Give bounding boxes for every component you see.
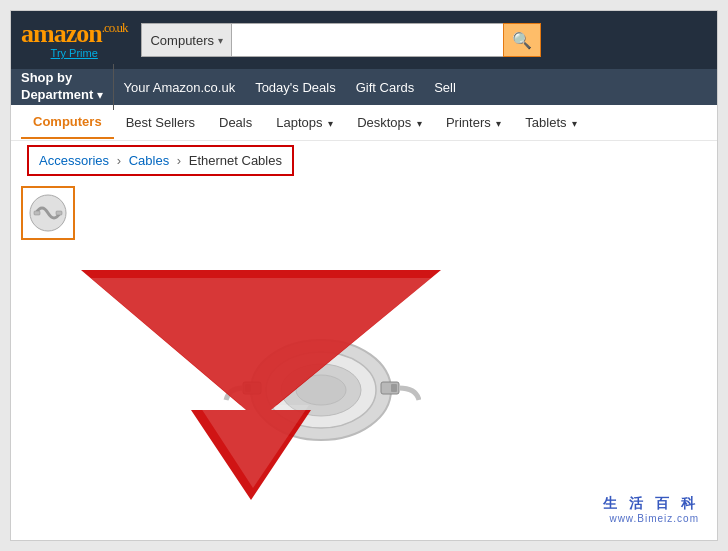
cable-thumbnail-image xyxy=(26,191,70,235)
breadcrumb-accessories[interactable]: Accessories xyxy=(39,153,109,168)
nav-your-amazon[interactable]: Your Amazon.co.uk xyxy=(124,80,236,95)
main-content xyxy=(11,180,717,456)
tablets-arrow-icon: ▾ xyxy=(572,118,577,129)
breadcrumb-sep-1: › xyxy=(117,153,121,168)
nav-gift-cards[interactable]: Gift Cards xyxy=(356,80,415,95)
svg-rect-2 xyxy=(56,211,62,215)
tab-tablets[interactable]: Tablets ▾ xyxy=(513,107,589,138)
logo-area: amazon.co.uk Try Prime xyxy=(21,21,127,59)
amazon-logo[interactable]: amazon.co.uk xyxy=(21,21,127,47)
amazon-page: amazon.co.uk Try Prime Computers ▾ 🔍 Sho… xyxy=(10,10,718,541)
desktops-arrow-icon: ▾ xyxy=(417,118,422,129)
tab-computers[interactable]: Computers xyxy=(21,106,114,139)
search-input[interactable] xyxy=(231,23,503,57)
breadcrumb-sep-2: › xyxy=(177,153,181,168)
try-prime-link[interactable]: Try Prime xyxy=(21,47,127,59)
watermark-chinese: 生 活 百 科 xyxy=(603,495,699,513)
breadcrumb-wrapper: Accessories › Cables › Ethernet Cables xyxy=(19,141,709,180)
tab-printers[interactable]: Printers ▾ xyxy=(434,107,513,138)
tab-best-sellers[interactable]: Best Sellers xyxy=(114,107,207,138)
breadcrumb: Accessories › Cables › Ethernet Cables xyxy=(27,145,294,176)
breadcrumb-cables[interactable]: Cables xyxy=(129,153,169,168)
search-icon: 🔍 xyxy=(512,31,532,50)
breadcrumb-current: Ethernet Cables xyxy=(189,153,282,168)
department-label: Department xyxy=(21,87,93,102)
search-bar: Computers ▾ 🔍 xyxy=(141,23,541,57)
shop-by-department[interactable]: Shop by Department ▾ xyxy=(21,64,114,110)
printers-arrow-icon: ▾ xyxy=(496,118,501,129)
shop-by-label: Shop by xyxy=(21,70,72,85)
svg-marker-12 xyxy=(91,278,431,488)
watermark-url: www.Bimeiz.com xyxy=(603,513,699,524)
red-arrow-overlay xyxy=(71,240,451,500)
logo-suffix: .co.uk xyxy=(102,20,128,35)
outer-frame: amazon.co.uk Try Prime Computers ▾ 🔍 Sho… xyxy=(0,0,728,551)
product-thumbnail[interactable] xyxy=(21,186,75,240)
header-nav: Shop by Department ▾ Your Amazon.co.uk T… xyxy=(11,69,717,105)
cable-image-area xyxy=(21,250,707,450)
nav-sell[interactable]: Sell xyxy=(434,80,456,95)
search-category-selector[interactable]: Computers ▾ xyxy=(141,23,231,57)
tab-desktops[interactable]: Desktops ▾ xyxy=(345,107,434,138)
category-tabs: Computers Best Sellers Deals Laptops ▾ D… xyxy=(11,105,717,141)
watermark-area: 生 活 百 科 www.Bimeiz.com xyxy=(603,495,699,524)
search-category-label: Computers xyxy=(150,33,214,48)
tab-laptops[interactable]: Laptops ▾ xyxy=(264,107,345,138)
svg-rect-1 xyxy=(34,211,40,215)
tab-deals[interactable]: Deals xyxy=(207,107,264,138)
header-nav-links: Your Amazon.co.uk Today's Deals Gift Car… xyxy=(124,80,707,95)
nav-todays-deals[interactable]: Today's Deals xyxy=(255,80,336,95)
search-button[interactable]: 🔍 xyxy=(503,23,541,57)
header-top: amazon.co.uk Try Prime Computers ▾ 🔍 xyxy=(11,11,717,69)
laptops-arrow-icon: ▾ xyxy=(328,118,333,129)
dropdown-arrow-icon: ▾ xyxy=(218,35,223,46)
